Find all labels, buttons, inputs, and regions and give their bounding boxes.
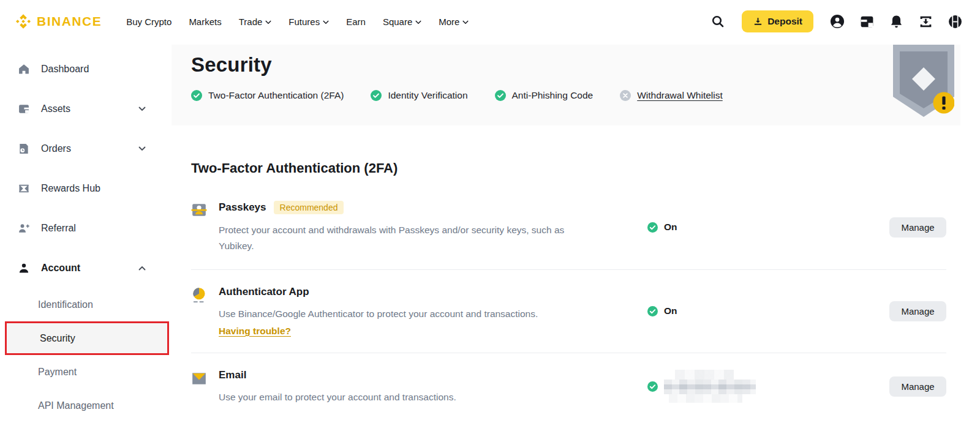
check-circle-icon (647, 222, 658, 233)
bell-icon[interactable] (886, 11, 907, 32)
status-withdrawal-whitelist[interactable]: Withdrawal Whitelist (620, 90, 723, 101)
binance-logo[interactable]: BINANCE (15, 13, 102, 30)
sidebar-item-payment[interactable]: Payment (0, 355, 167, 389)
top-navigation-bar: BINANCE Buy Crypto Markets Trade Futures… (0, 0, 980, 43)
deposit-button[interactable]: Deposit (742, 10, 813, 32)
sidebar: Dashboard Assets Orders Rewards Hub Refe… (0, 43, 167, 434)
search-icon[interactable] (707, 11, 728, 32)
chevron-down-icon (265, 20, 271, 24)
row-status (647, 380, 885, 394)
profile-icon[interactable] (827, 11, 848, 32)
check-circle-icon (495, 90, 506, 101)
status-identity-verification[interactable]: Identity Verification (371, 90, 467, 101)
row-content: Authenticator App Use Binance/Google Aut… (219, 286, 647, 337)
manage-email-button[interactable]: Manage (889, 376, 946, 397)
section-heading: Two-Factor Authentication (2FA) (191, 160, 946, 176)
account-icon (17, 261, 31, 275)
email-icon (191, 370, 207, 386)
page-title: Security (191, 53, 960, 77)
row-passkeys: Passkeys Recommended Protect your accoun… (191, 185, 946, 270)
assets-wallet-icon (17, 102, 31, 116)
main-nav: Buy Crypto Markets Trade Futures Earn Sq… (118, 10, 477, 33)
manage-authenticator-button[interactable]: Manage (889, 301, 946, 321)
row-status: On (647, 305, 885, 316)
app-download-icon[interactable] (915, 11, 936, 32)
rewards-icon (17, 182, 31, 195)
chevron-down-icon (138, 146, 146, 151)
authenticator-icon (191, 287, 207, 303)
row-description: Use Binance/Google Authenticator to prot… (219, 306, 598, 322)
row-authenticator-app: Authenticator App Use Binance/Google Aut… (191, 270, 946, 353)
nav-markets[interactable]: Markets (180, 10, 230, 33)
sidebar-item-dashboard[interactable]: Dashboard (0, 49, 167, 89)
status-anti-phishing-code[interactable]: Anti-Phishing Code (495, 90, 594, 101)
nav-square[interactable]: Square (374, 10, 430, 33)
row-title: Email (219, 369, 246, 381)
x-circle-icon (620, 90, 631, 101)
check-circle-icon (647, 381, 658, 392)
sidebar-item-assets[interactable]: Assets (0, 89, 167, 129)
recommended-badge: Recommended (274, 201, 344, 214)
referral-icon (17, 222, 31, 235)
nav-buy-crypto[interactable]: Buy Crypto (118, 10, 180, 33)
security-shield-graphic (893, 45, 954, 118)
row-title: Authenticator App (219, 286, 309, 298)
nav-more[interactable]: More (430, 10, 477, 33)
sidebar-item-rewards-hub[interactable]: Rewards Hub (0, 168, 167, 208)
check-circle-icon (191, 90, 202, 101)
row-description: Protect your account and withdrawals wit… (219, 222, 598, 253)
binance-logo-icon (15, 13, 32, 30)
check-circle-icon (647, 306, 658, 316)
having-trouble-link[interactable]: Having trouble? (219, 326, 291, 337)
sidebar-item-orders[interactable]: Orders (0, 129, 167, 168)
security-header-panel: Security Two-Factor Authentication (2FA)… (172, 45, 960, 125)
chevron-up-icon (138, 266, 146, 271)
topbar-actions: Deposit (707, 10, 965, 32)
home-icon (17, 62, 31, 76)
check-circle-icon (371, 90, 382, 101)
sidebar-item-account[interactable]: Account (0, 248, 167, 288)
globe-icon[interactable] (944, 11, 965, 32)
passkey-icon (191, 202, 207, 218)
row-description: Use your email to protect your account a… (219, 389, 598, 405)
chevron-down-icon (323, 20, 329, 24)
two-factor-section: Two-Factor Authentication (2FA) Passkeys… (167, 160, 980, 421)
row-email: Email Use your email to protect your acc… (191, 353, 946, 421)
wallet-icon[interactable] (856, 11, 877, 32)
sidebar-item-api-management[interactable]: API Management (0, 389, 167, 422)
chevron-down-icon (138, 107, 146, 111)
chevron-down-icon (415, 20, 421, 24)
sidebar-item-referral[interactable]: Referral (0, 208, 167, 248)
redacted-email-value (664, 380, 756, 394)
deposit-icon (753, 17, 763, 27)
sidebar-item-identification[interactable]: Identification (0, 288, 167, 321)
status-2fa[interactable]: Two-Factor Authentication (2FA) (191, 90, 344, 101)
row-content: Email Use your email to protect your acc… (219, 369, 647, 405)
brand-name: BINANCE (37, 14, 102, 29)
nav-futures[interactable]: Futures (280, 10, 337, 33)
chevron-down-icon (462, 20, 469, 24)
manage-passkeys-button[interactable]: Manage (889, 217, 946, 238)
nav-earn[interactable]: Earn (337, 10, 374, 33)
sidebar-item-security[interactable]: Security (5, 321, 169, 355)
nav-trade[interactable]: Trade (230, 10, 281, 33)
row-title: Passkeys (219, 201, 266, 214)
orders-icon (17, 142, 31, 155)
main-content: Security Two-Factor Authentication (2FA)… (167, 43, 980, 434)
row-status: On (647, 222, 885, 233)
security-status-row: Two-Factor Authentication (2FA) Identity… (191, 90, 960, 101)
row-content: Passkeys Recommended Protect your accoun… (219, 201, 647, 253)
